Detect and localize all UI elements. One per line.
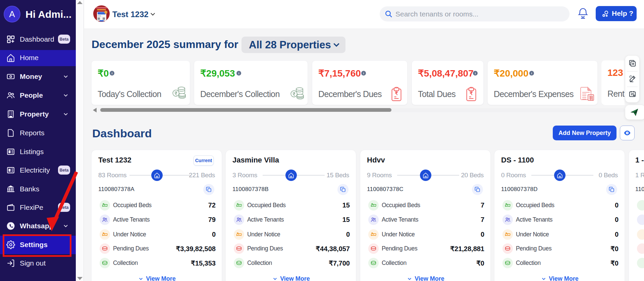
svg-text:₹: ₹ [470, 91, 473, 96]
svg-text:₹: ₹ [395, 91, 398, 96]
